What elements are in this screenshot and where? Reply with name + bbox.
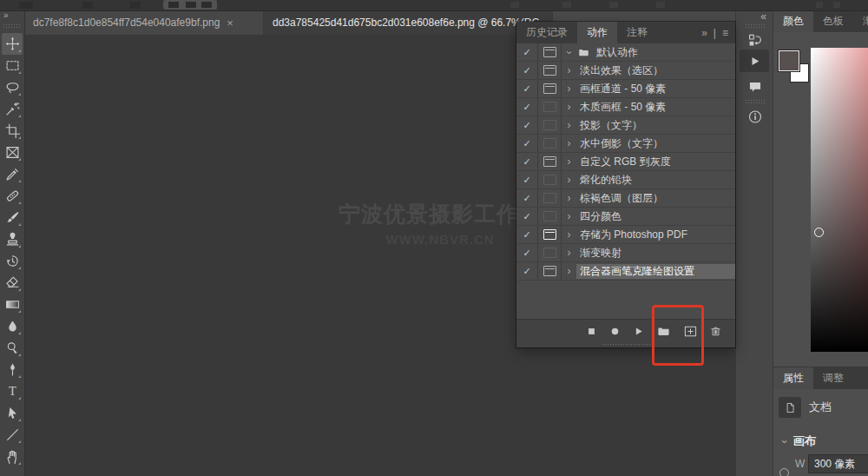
tool-crop-icon[interactable] [2,120,23,142]
dialog-toggle-icon[interactable] [538,98,562,116]
actions-tab-1[interactable]: 历史记录 [516,22,577,43]
action-row[interactable]: ✓›自定义 RGB 到灰度 [516,153,735,171]
action-checkmark-icon[interactable]: ✓ [516,153,538,170]
actions-panel-icon[interactable] [740,50,769,72]
action-checkmark-icon[interactable]: ✓ [516,135,538,152]
dock-drag-handle[interactable] [745,23,766,28]
dialog-toggle-icon[interactable] [538,135,562,152]
collapse-panels-icon[interactable]: « [760,10,766,23]
dialog-toggle-icon[interactable] [538,262,562,280]
action-row[interactable]: ✓›木质画框 - 50 像素 [516,98,735,116]
action-checkmark-icon[interactable]: ✓ [516,244,538,261]
tool-brush-icon[interactable] [2,207,23,228]
tool-move-icon[interactable] [2,33,23,55]
action-checkmark-icon[interactable]: ✓ [516,189,538,207]
tool-dodge-icon[interactable] [2,337,23,359]
action-row[interactable]: ✓›存储为 Photoshop PDF [516,226,735,244]
dialog-toggle-icon[interactable] [538,189,562,207]
toolbar-drag-handle[interactable] [3,23,22,28]
info-panel-icon[interactable] [747,109,762,124]
action-checkmark-icon[interactable]: ✓ [516,208,538,225]
dialog-toggle-icon[interactable] [538,208,562,225]
action-checkmark-icon[interactable]: ✓ [516,116,538,134]
action-checkmark-icon[interactable]: ✓ [516,98,538,116]
chevron-right-icon[interactable]: › [562,98,576,116]
chevron-right-icon[interactable]: › [562,189,576,207]
tool-magic-wand-icon[interactable] [2,98,23,120]
chevron-right-icon[interactable]: › [562,262,576,280]
dialog-toggle-icon[interactable] [538,43,562,61]
tool-history-brush-icon[interactable] [2,250,23,272]
action-row[interactable]: ✓›熔化的铅块 [516,171,735,189]
action-row[interactable]: ✓›淡出效果（选区） [516,62,735,80]
chevron-right-icon[interactable]: › [562,153,576,170]
chevron-right-icon[interactable]: › [562,226,576,243]
document-tab-inactive[interactable]: dc7fe8f8c1d0e854ff7d54e040afe9bf.png × [24,10,264,35]
notes-panel-icon[interactable] [747,80,762,95]
tool-clone-stamp-icon[interactable] [2,228,23,250]
color-tab-1[interactable]: 颜色 [773,10,813,32]
action-row[interactable]: ✓›画框通道 - 50 像素 [516,80,735,98]
action-set-row[interactable]: ✓›默认动作 [516,43,735,62]
tool-line-icon[interactable] [2,424,23,446]
chevron-right-icon[interactable]: › [562,116,576,134]
foreground-color-swatch[interactable] [779,50,799,71]
action-checkmark-icon[interactable]: ✓ [516,62,538,79]
panel-menu-icon[interactable]: ≡ [722,27,728,39]
color-tab-2[interactable]: 色板 [813,10,853,32]
tool-rectangular-marquee-icon[interactable] [2,55,23,76]
toolbar-expand-icon[interactable]: » [3,10,8,20]
tool-hand-icon[interactable] [2,446,23,467]
chevron-down-icon[interactable]: › [562,45,576,60]
dialog-toggle-icon[interactable] [538,226,562,243]
delete-button[interactable] [710,326,721,337]
color-tab-3[interactable]: 渐变 [853,10,868,32]
actions-tab-3[interactable]: 注释 [617,22,657,43]
chevron-right-icon[interactable]: › [562,244,576,261]
properties-tab-1[interactable]: 属性 [773,367,813,389]
action-checkmark-icon[interactable]: ✓ [516,226,538,243]
action-checkmark-icon[interactable]: ✓ [516,80,538,97]
chevron-right-icon[interactable]: › [562,171,576,188]
tool-blur-icon[interactable] [2,315,23,337]
tool-lasso-icon[interactable] [2,76,23,98]
dialog-toggle-icon[interactable] [538,116,562,134]
history-panel-icon[interactable] [747,33,762,48]
action-row[interactable]: ✓›水中倒影（文字） [516,135,735,153]
panel-overflow-icon[interactable]: » [701,27,707,39]
action-row[interactable]: ✓›投影（文字） [516,116,735,135]
actions-tab-2[interactable]: 动作 [577,22,617,43]
tool-path-selection-icon[interactable] [2,402,23,424]
document-properties-row[interactable]: 文档 [779,397,832,418]
action-row[interactable]: ✓›渐变映射 [516,244,735,262]
tool-eraser-icon[interactable] [2,272,23,294]
canvas-width-input[interactable] [808,454,868,473]
record-button[interactable] [609,326,621,337]
tool-pen-icon[interactable] [2,359,23,380]
chevron-right-icon[interactable]: › [562,62,576,79]
tool-healing-brush-icon[interactable] [2,185,23,207]
tool-eyedropper-icon[interactable] [2,163,23,185]
panel-drag-handle[interactable] [602,343,650,347]
chevron-right-icon[interactable]: › [562,208,576,225]
document-tab-active[interactable]: dd3a785425d41d675bc2d031e608ef6e.png @ 6… [264,10,553,35]
play-button[interactable] [633,326,644,337]
action-row[interactable]: ✓›棕褐色调（图层） [516,189,735,208]
dialog-toggle-icon[interactable] [538,171,562,188]
chevron-right-icon[interactable]: › [562,135,576,152]
chevron-right-icon[interactable]: › [562,80,576,97]
color-picker-field[interactable] [811,48,868,352]
tool-type-icon[interactable]: T [2,380,23,402]
close-tab-icon[interactable]: × [227,17,233,30]
action-row[interactable]: ✓›四分颜色 [516,208,735,226]
dialog-toggle-icon[interactable] [538,80,562,97]
properties-tab-2[interactable]: 调整 [813,367,853,389]
canvas-section-header[interactable]: › 画布 [779,433,816,449]
link-dimensions-icon[interactable] [779,468,789,476]
dialog-toggle-icon[interactable] [538,153,562,170]
action-row[interactable]: ✓›混合器画笔克隆绘图设置 [516,262,735,281]
action-checkmark-icon[interactable]: ✓ [516,262,538,280]
color-picker-marker[interactable] [814,228,824,237]
tool-gradient-icon[interactable] [2,294,23,315]
tool-frame-icon[interactable] [2,142,23,163]
